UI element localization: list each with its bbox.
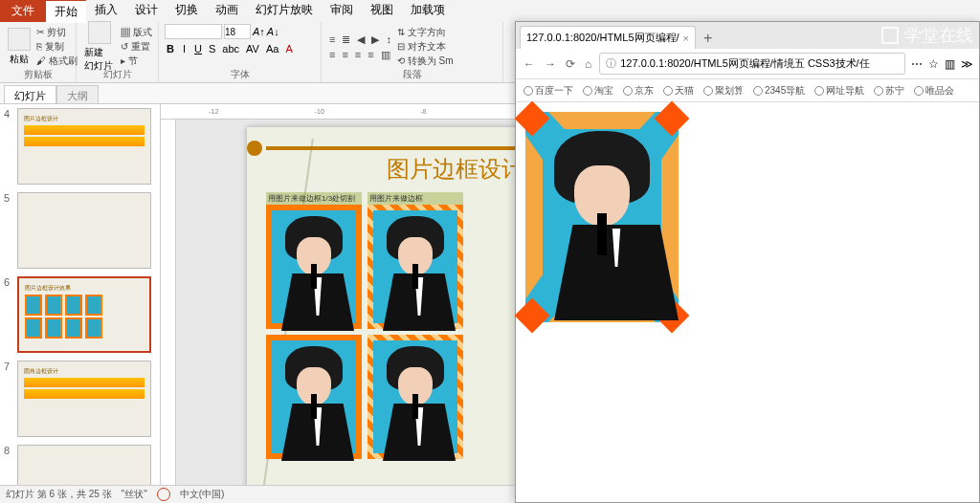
copy-button[interactable]: ⎘ 复制 [36, 40, 78, 54]
group-label: 剪贴板 [0, 68, 76, 81]
home-button[interactable]: ⌂ [583, 55, 593, 73]
slide-canvas[interactable]: 图片边框设计 用图片来做边框1/3处切割 用图片来做边框 [247, 127, 544, 485]
watermark: 学堂在线 [881, 24, 973, 47]
image-card [368, 335, 463, 459]
extensions-icon[interactable]: ≫ [961, 57, 973, 71]
tab-transitions[interactable]: 切换 [167, 0, 207, 23]
sidebar-tab-outline[interactable]: 大纲 [56, 85, 99, 103]
result-image [525, 112, 679, 322]
page-content [516, 102, 979, 332]
indent-dec-button[interactable]: ◀ [355, 33, 367, 47]
reset-button[interactable]: ↺ 重置 [121, 40, 152, 54]
justify-button[interactable]: ≡ [366, 48, 375, 62]
thumb[interactable]: 4图片边框设计 [4, 108, 156, 185]
align-center-button[interactable]: ≡ [340, 48, 349, 62]
bookmark-item[interactable]: 网址导航 [814, 84, 864, 98]
bookmarks-bar: 百度一下 淘宝 京东 天猫 聚划算 2345导航 网址导航 苏宁 唯品会 [516, 79, 979, 102]
tab-home[interactable]: 开始 [46, 0, 86, 23]
library-icon[interactable]: ▥ [945, 57, 955, 71]
italic-button[interactable]: I [179, 42, 189, 55]
new-slide-button[interactable]: 新建 幻灯片 [82, 19, 117, 75]
bookmark-item[interactable]: 唯品会 [914, 84, 954, 98]
bookmark-item[interactable]: 百度一下 [523, 84, 573, 98]
bookmark-item[interactable]: 2345导航 [753, 84, 805, 98]
align-text-button[interactable]: ⊟ 对齐文本 [397, 40, 454, 54]
layout-button[interactable]: ▦ 版式 [121, 26, 152, 39]
paste-button[interactable]: 粘贴 [6, 26, 33, 68]
thumb-current[interactable]: 6图片边框设计效果 [4, 276, 156, 353]
reload-button[interactable]: ⟳ [564, 55, 577, 73]
bookmark-item[interactable]: 苏宁 [874, 84, 904, 98]
more-icon[interactable]: ⋯ [911, 57, 923, 71]
image-card: 用图片来做边框 [368, 192, 463, 329]
bookmark-item[interactable]: 聚划算 [703, 84, 744, 98]
theme-name: "丝状" [122, 488, 147, 501]
thumb[interactable]: 8 [4, 445, 156, 485]
thumb[interactable]: 5 [4, 192, 156, 269]
slide-thumbnails: 4图片边框设计 5 6图片边框设计效果 7圆角边框设计 8 [0, 104, 161, 485]
font-color-button[interactable]: A [283, 42, 294, 55]
format-painter-button[interactable]: 🖌 格式刷 [36, 55, 78, 68]
close-tab-icon[interactable]: × [683, 33, 689, 44]
browser-tab[interactable]: 127.0.0.1:8020/HTML5网页编程/× [520, 26, 696, 49]
text-direction-button[interactable]: ⇅ 文字方向 [397, 26, 454, 39]
indent-inc-button[interactable]: ▶ [369, 33, 381, 47]
tab-design[interactable]: 设计 [126, 0, 167, 23]
ruler-vertical [161, 120, 176, 485]
columns-button[interactable]: ▥ [379, 48, 392, 62]
forward-button[interactable]: → [543, 55, 558, 73]
image-card: 用图片来做边框1/3处切割 [266, 192, 362, 329]
tab-view[interactable]: 视图 [362, 0, 402, 23]
shadow-button[interactable]: abc [220, 42, 241, 55]
underline-button[interactable]: U [192, 42, 204, 55]
slide-position: 幻灯片 第 6 张，共 25 张 [6, 488, 112, 501]
strike-button[interactable]: S [207, 42, 217, 55]
tab-review[interactable]: 审阅 [322, 0, 362, 23]
tab-addins[interactable]: 加载项 [402, 0, 454, 23]
title-divider [266, 146, 524, 150]
bullets-button[interactable]: ≡ [327, 33, 337, 47]
new-tab-button[interactable]: + [696, 28, 720, 49]
font-family-select[interactable] [165, 24, 222, 39]
bold-button[interactable]: B [165, 42, 176, 55]
line-spacing-button[interactable]: ↕ [384, 33, 393, 47]
font-size-select[interactable] [224, 24, 251, 39]
group-label: 段落 [322, 68, 502, 81]
sidebar-tab-slides[interactable]: 幻灯片 [4, 85, 56, 103]
language-icon[interactable] [157, 488, 170, 501]
spacing-button[interactable]: AV [244, 42, 261, 55]
section-button[interactable]: ▸ 节 [121, 55, 152, 68]
tab-slideshow[interactable]: 幻灯片放映 [247, 0, 322, 23]
group-label: 字体 [159, 68, 321, 81]
case-button[interactable]: Aa [264, 42, 280, 55]
grow-font-icon[interactable]: A↑ [253, 26, 265, 37]
language-label[interactable]: 中文(中国) [180, 488, 225, 501]
address-bar[interactable]: ⓘ127.0.0.1:8020/HTML5网页编程/情境五 CSS3技术/任 [599, 53, 905, 75]
cut-button[interactable]: ✂ 剪切 [36, 26, 78, 39]
info-icon[interactable]: ⓘ [606, 56, 616, 71]
back-button[interactable]: ← [522, 55, 537, 73]
align-right-button[interactable]: ≡ [353, 48, 363, 62]
browser-window: 127.0.0.1:8020/HTML5网页编程/× + 学堂在线 ← → ⟳ … [515, 21, 980, 503]
group-label: 幻灯片 [77, 68, 158, 81]
file-menu[interactable]: 文件 [0, 0, 46, 22]
numbering-button[interactable]: ≣ [340, 33, 352, 47]
image-card [266, 335, 362, 459]
bookmark-icon[interactable]: ☆ [928, 57, 939, 71]
bookmark-item[interactable]: 京东 [623, 84, 654, 98]
thumb[interactable]: 7圆角边框设计 [4, 361, 156, 437]
align-left-button[interactable]: ≡ [327, 48, 337, 62]
tab-animations[interactable]: 动画 [207, 0, 247, 23]
bookmark-item[interactable]: 淘宝 [583, 84, 613, 98]
shrink-font-icon[interactable]: A↓ [267, 26, 279, 37]
convert-smartart-button[interactable]: ⟲ 转换为 Sm [397, 55, 454, 68]
bookmark-item[interactable]: 天猫 [663, 84, 694, 98]
